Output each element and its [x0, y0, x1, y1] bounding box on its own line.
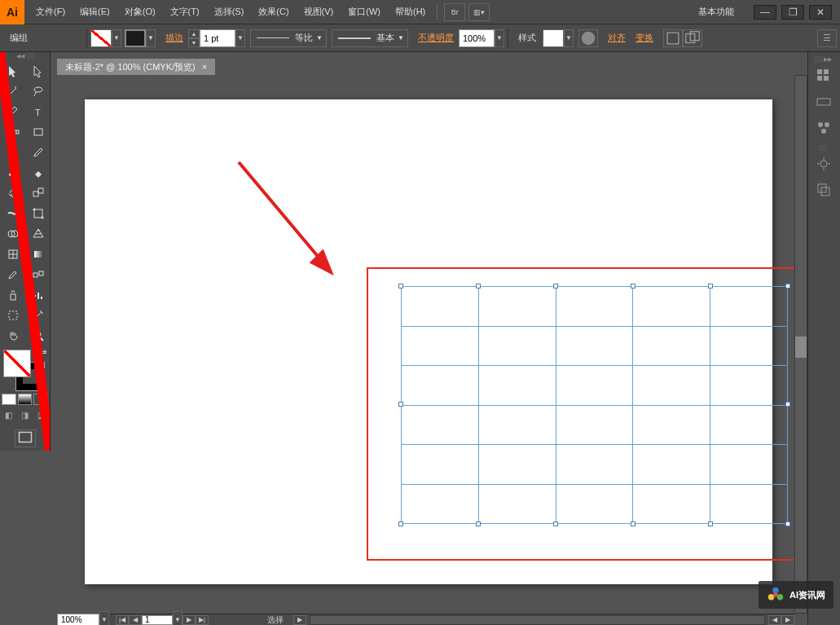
- isolate-icon: [664, 29, 682, 47]
- stroke-weight-spinner[interactable]: ▲▼: [188, 29, 200, 47]
- control-overflow[interactable]: ☰: [817, 29, 837, 47]
- opacity-dropdown[interactable]: ▼: [495, 29, 504, 47]
- status-toggle[interactable]: ▶: [293, 615, 306, 625]
- status-tool-text: 选择: [257, 614, 293, 626]
- nav-first[interactable]: |◀: [116, 615, 129, 625]
- stroke-weight-input[interactable]: [200, 29, 235, 47]
- grid-object[interactable]: [401, 286, 788, 524]
- brush-icon: [816, 120, 832, 136]
- nav-last[interactable]: ▶|: [196, 615, 209, 625]
- stroke-link[interactable]: 描边: [161, 32, 188, 44]
- selection-handle[interactable]: [785, 522, 790, 526]
- nav-next[interactable]: ▶: [183, 615, 196, 625]
- svg-rect-37: [817, 76, 822, 81]
- svg-point-51: [768, 594, 774, 600]
- opacity-link[interactable]: 不透明度: [413, 32, 459, 44]
- sun-icon: [816, 156, 832, 172]
- stroke-weight-dropdown[interactable]: ▼: [235, 29, 245, 47]
- right-panel-dock: ░░ ▶▶ ░░: [807, 52, 840, 625]
- artboard-dropdown[interactable]: ▼: [173, 611, 183, 626]
- fill-dropdown[interactable]: ▼: [112, 29, 121, 47]
- divider: [437, 5, 438, 20]
- opacity-input[interactable]: [459, 29, 495, 47]
- panel-separator: ░░: [808, 145, 838, 150]
- bridge-button[interactable]: Br: [444, 3, 465, 21]
- canvas-area[interactable]: [57, 75, 794, 614]
- color-mode-row: [0, 392, 50, 407]
- menu-select[interactable]: 选择(S): [208, 2, 251, 21]
- svg-point-50: [772, 588, 778, 593]
- palette-icon: [816, 94, 832, 110]
- horizontal-scrollbar[interactable]: [310, 615, 765, 625]
- svg-point-41: [825, 122, 829, 127]
- panel-btn-swatches[interactable]: [808, 90, 839, 114]
- tab-close-icon[interactable]: ×: [202, 62, 207, 72]
- menu-view[interactable]: 视图(V): [297, 2, 341, 21]
- variable-width-profile[interactable]: 等比 ▼: [250, 29, 327, 47]
- panel-btn-color[interactable]: [808, 64, 839, 88]
- artboard-nav-input[interactable]: [142, 615, 173, 625]
- hscroll-right[interactable]: ▶: [781, 615, 794, 625]
- selection-handle[interactable]: [785, 284, 790, 288]
- selection-handle[interactable]: [785, 402, 790, 407]
- selection-handle[interactable]: [553, 522, 558, 526]
- close-button[interactable]: ✕: [809, 5, 832, 20]
- vertical-scrollbar[interactable]: [794, 75, 807, 614]
- selection-handle[interactable]: [631, 522, 635, 526]
- watermark-text: AI资讯网: [789, 589, 825, 601]
- grid-icon: [816, 68, 832, 84]
- graphic-style-dropdown[interactable]: ▼: [564, 29, 574, 47]
- nav-prev[interactable]: ◀: [129, 615, 142, 625]
- vertical-scroll-thumb[interactable]: [795, 337, 807, 358]
- menu-help[interactable]: 帮助(H): [389, 2, 432, 21]
- selection-handle[interactable]: [398, 522, 403, 526]
- panel-handle[interactable]: ░░ ▶▶: [808, 57, 838, 62]
- document-tab[interactable]: 未标题-2* @ 100% (CMYK/预览) ×: [57, 59, 215, 76]
- menu-file[interactable]: 文件(F): [29, 2, 72, 21]
- selection-handle[interactable]: [398, 402, 403, 407]
- brush-definition[interactable]: 基本 ▼: [332, 29, 408, 47]
- isolate-button[interactable]: [663, 29, 683, 47]
- profile-label: 等比: [295, 32, 313, 44]
- panel-btn-brushes[interactable]: [808, 116, 839, 140]
- recolor-icon: [579, 29, 597, 47]
- menu-edit[interactable]: 编辑(E): [73, 2, 117, 21]
- workspace-switcher[interactable]: 基本功能: [687, 2, 745, 21]
- recolor-button[interactable]: [578, 29, 598, 47]
- graphic-style-swatch[interactable]: [543, 29, 564, 47]
- selection-handle[interactable]: [708, 284, 713, 288]
- fill-swatch[interactable]: [90, 29, 112, 47]
- menu-type[interactable]: 文字(T): [164, 2, 206, 21]
- selection-handle[interactable]: [708, 522, 713, 526]
- align-link[interactable]: 对齐: [603, 32, 631, 44]
- svg-rect-38: [824, 76, 829, 81]
- none-mode[interactable]: [33, 394, 48, 405]
- stroke-dropdown[interactable]: ▼: [146, 29, 156, 47]
- menu-effect[interactable]: 效果(C): [252, 2, 295, 21]
- selection-handle[interactable]: [398, 284, 403, 288]
- zoom-input[interactable]: [57, 614, 99, 625]
- panel-btn-layers[interactable]: [808, 178, 839, 202]
- maximize-button[interactable]: ❐: [781, 5, 804, 20]
- grid-table: [401, 286, 788, 524]
- selection-handle[interactable]: [476, 284, 481, 288]
- annotation-arrow-icon: [235, 158, 349, 280]
- transform-link[interactable]: 变换: [631, 32, 658, 44]
- hscroll-left[interactable]: ◀: [768, 615, 781, 625]
- watermark: AI资讯网: [759, 581, 833, 609]
- svg-rect-36: [824, 69, 829, 74]
- minimize-button[interactable]: —: [754, 5, 776, 20]
- panel-btn-appearance[interactable]: [808, 152, 839, 176]
- zoom-dropdown[interactable]: ▼: [99, 611, 109, 626]
- svg-rect-49: [821, 187, 829, 196]
- selection-mode-label: 编组: [3, 32, 34, 44]
- selection-handle[interactable]: [631, 284, 635, 288]
- edit-clip-button[interactable]: [683, 29, 702, 47]
- arrange-docs-button[interactable]: ▥▾: [468, 3, 490, 21]
- selection-handle[interactable]: [476, 522, 481, 526]
- selection-handle[interactable]: [553, 284, 558, 288]
- stroke-swatch[interactable]: [125, 29, 146, 47]
- svg-rect-48: [818, 184, 826, 192]
- menu-window[interactable]: 窗口(W): [341, 2, 387, 21]
- menu-object[interactable]: 对象(O): [118, 2, 162, 21]
